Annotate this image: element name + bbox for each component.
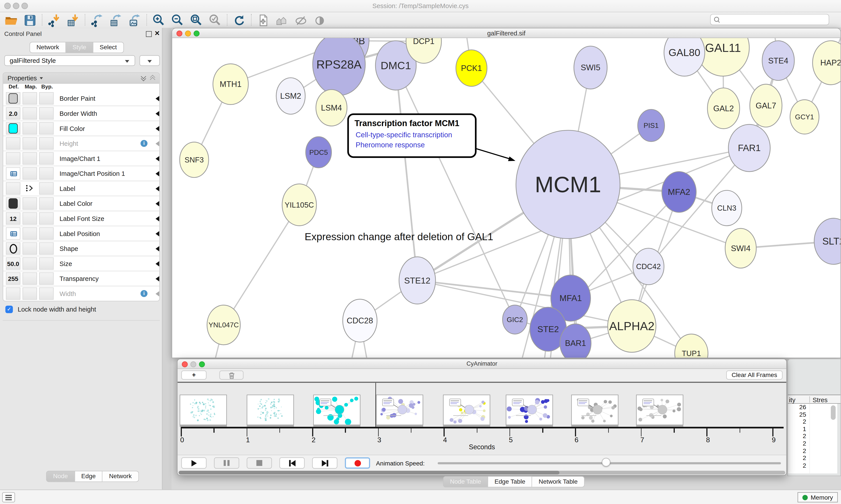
clear-all-frames-button[interactable]: Clear All Frames: [726, 371, 783, 380]
timeline-frame-2[interactable]: [313, 395, 360, 425]
panel-tab-node[interactable]: Node: [46, 471, 75, 482]
property-c1-cell[interactable]: [6, 122, 20, 134]
table-cell[interactable]: 25: [788, 411, 806, 418]
property-c2-cell[interactable]: [22, 182, 37, 195]
expand-row-icon[interactable]: [156, 201, 159, 206]
property-c1-cell[interactable]: [6, 182, 20, 195]
network-node-LSM4[interactable]: LSM4: [316, 90, 347, 126]
network-document-icon[interactable]: [255, 13, 271, 28]
network-node-SNF3[interactable]: SNF3: [180, 142, 209, 178]
table-cell[interactable]: 2: [788, 448, 806, 455]
property-c3-cell[interactable]: [39, 227, 54, 239]
network-node-LSM2[interactable]: LSM2: [276, 78, 305, 114]
network-node-GCY1[interactable]: GCY1: [790, 100, 819, 134]
properties-header[interactable]: Properties: [3, 73, 159, 84]
network-node-STE12[interactable]: STE12: [399, 257, 435, 304]
panel-tab-network[interactable]: Network: [103, 471, 139, 482]
property-c2-cell[interactable]: [22, 212, 37, 224]
network-node-ALPHA2[interactable]: ALPHA2: [608, 300, 656, 352]
group-nodes-icon[interactable]: [274, 13, 290, 28]
property-row-height[interactable]: Heighti: [3, 136, 159, 151]
network-node-CDC28[interactable]: CDC28: [343, 299, 377, 342]
open-folder-icon[interactable]: [3, 13, 19, 28]
property-c1-cell[interactable]: 12: [6, 212, 20, 224]
network-node-GAL80[interactable]: GAL80: [664, 38, 705, 76]
property-c1-cell[interactable]: 255: [6, 272, 20, 285]
network-node-CLN3[interactable]: CLN3: [712, 190, 742, 226]
property-c2-cell[interactable]: [22, 242, 37, 255]
column-header-stress[interactable]: Stres: [812, 396, 828, 404]
property-c1-cell[interactable]: [6, 152, 20, 165]
annotation-link[interactable]: Cell-type-specific transcription: [356, 131, 452, 139]
property-c1-cell[interactable]: 50.0: [6, 257, 20, 270]
style-options-button[interactable]: [140, 55, 160, 66]
zoom-in-icon[interactable]: [151, 13, 167, 28]
property-c1-cell[interactable]: 2.0: [6, 107, 20, 120]
table-cell[interactable]: 2: [788, 462, 806, 469]
table-tab-node-table[interactable]: Node Table: [443, 476, 488, 487]
network-node-STE4[interactable]: STE4: [762, 41, 794, 80]
expand-row-icon[interactable]: [156, 261, 159, 267]
property-row-label-font-size[interactable]: 12Label Font Size: [3, 211, 159, 227]
expand-row-icon[interactable]: [156, 246, 159, 251]
property-row-label-position[interactable]: Label Position: [3, 226, 159, 241]
property-c1-cell[interactable]: [6, 287, 20, 300]
property-c3-cell[interactable]: [39, 182, 54, 195]
timeline-frame-6[interactable]: [571, 395, 619, 425]
property-c3-cell[interactable]: [39, 287, 54, 300]
timeline-frame-1[interactable]: [247, 395, 294, 425]
property-c1-cell[interactable]: [6, 227, 20, 239]
property-c2-cell[interactable]: [22, 167, 37, 180]
collapse-all-icon[interactable]: [151, 75, 155, 82]
property-c3-cell[interactable]: [39, 92, 54, 105]
table-cell[interactable]: 2: [788, 455, 806, 462]
network-node-YNL047C[interactable]: YNL047C: [207, 305, 240, 345]
property-row-width[interactable]: Widthi: [3, 286, 159, 302]
tab-network[interactable]: Network: [30, 42, 66, 53]
zoom-fit-icon[interactable]: [189, 13, 204, 28]
record-button[interactable]: [345, 457, 370, 469]
network-node-YIL105C[interactable]: YIL105C: [282, 184, 317, 226]
timeline-playhead[interactable]: [375, 383, 376, 427]
network-node-PIS1[interactable]: PIS1: [638, 109, 664, 142]
table-cell[interactable]: 1: [788, 426, 806, 433]
property-row-border-width[interactable]: 2.0Border Width: [3, 106, 159, 121]
table-cell[interactable]: 2: [788, 418, 806, 426]
expand-row-icon[interactable]: [156, 156, 159, 161]
column-header-ity[interactable]: ity: [789, 396, 795, 404]
delete-frame-button[interactable]: [219, 371, 244, 380]
expand-row-icon[interactable]: [156, 186, 159, 191]
network-node-FAR1[interactable]: FAR1: [729, 124, 770, 172]
expand-row-icon[interactable]: [156, 126, 159, 131]
property-row-transparency[interactable]: 255Transparency: [3, 271, 159, 286]
property-c2-cell[interactable]: [22, 227, 37, 239]
property-c2-cell[interactable]: [22, 287, 37, 300]
table-cell[interactable]: 26: [788, 404, 806, 411]
network-node-GAL2[interactable]: GAL2: [708, 88, 739, 129]
scrollbar-thumb[interactable]: [179, 471, 559, 474]
expand-row-icon[interactable]: [156, 171, 159, 176]
network-node-BAR1[interactable]: BAR1: [560, 324, 591, 358]
property-row-size[interactable]: 50.0Size: [3, 256, 159, 271]
tab-style[interactable]: Style: [66, 42, 93, 53]
network-node-PCK1[interactable]: PCK1: [456, 50, 487, 87]
property-c2-cell[interactable]: [22, 122, 37, 134]
property-c1-cell[interactable]: [6, 92, 20, 105]
property-row-image-chart-position-1[interactable]: Image/Chart Position 1: [3, 166, 159, 181]
network-canvas[interactable]: RPS28BMTH1LSM2DMC1RPS28ADCP1PCK1SNF3PDC5…: [172, 38, 840, 358]
import-table-icon[interactable]: [65, 13, 81, 28]
stop-button[interactable]: [247, 457, 272, 469]
close-panel-icon[interactable]: ✕: [155, 30, 160, 37]
property-c3-cell[interactable]: [39, 137, 54, 149]
property-c3-cell[interactable]: [39, 167, 54, 180]
property-c2-cell[interactable]: [22, 92, 37, 105]
pause-button[interactable]: [214, 457, 239, 469]
network-node-HAP2[interactable]: HAP2: [812, 41, 840, 85]
expand-row-icon[interactable]: [156, 216, 159, 221]
network-node-SWI5[interactable]: SWI5: [574, 46, 607, 89]
panel-menu-button[interactable]: [2, 492, 15, 502]
property-row-image-chart-1[interactable]: Image/Chart 1: [3, 151, 159, 166]
property-c2-cell[interactable]: [22, 107, 37, 120]
property-c3-cell[interactable]: [39, 272, 54, 285]
add-frame-button[interactable]: +: [181, 371, 207, 380]
